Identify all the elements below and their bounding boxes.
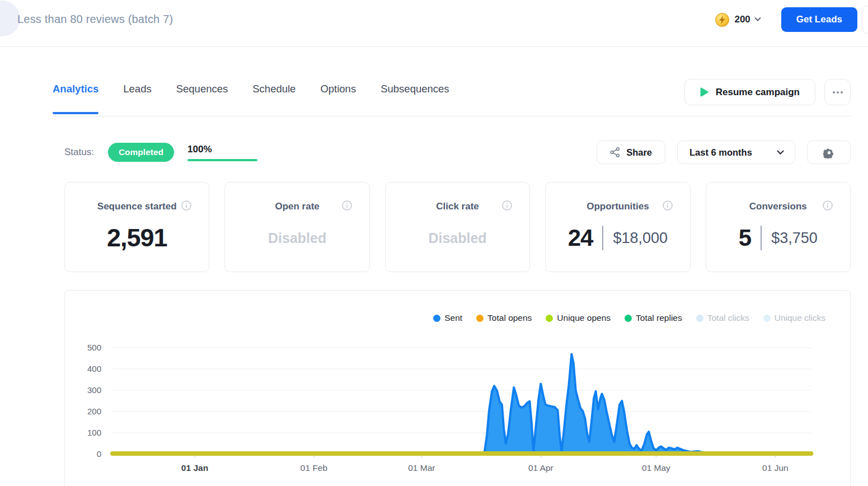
top-bar: Less than 80 reviews (batch 7) 200 Get L… xyxy=(0,0,868,47)
value-divider xyxy=(761,226,762,250)
y-axis-label: 300 xyxy=(87,385,101,395)
settings-button[interactable] xyxy=(807,141,851,164)
card-click-rate: Click rate Disabled xyxy=(385,182,530,272)
chevron-down-icon xyxy=(754,15,761,21)
campaign-title: Less than 80 reviews (batch 7) xyxy=(17,13,173,26)
card-value-disabled: Disabled xyxy=(225,230,369,246)
y-axis-label: 400 xyxy=(87,364,101,373)
tabs-row: Analytics Leads Sequences Schedule Optio… xyxy=(53,73,851,116)
coin-icon xyxy=(715,13,729,27)
play-icon xyxy=(700,87,709,97)
y-axis-label: 100 xyxy=(87,428,101,437)
stat-cards-row: Sequence started 2,591 Open rate Disable… xyxy=(64,182,851,272)
tab-analytics[interactable]: Analytics xyxy=(53,83,98,114)
chart-panel: SentTotal opensUnique opensTotal replies… xyxy=(64,290,851,486)
card-amount: $18,000 xyxy=(613,230,668,247)
get-leads-button[interactable]: Get Leads xyxy=(781,7,857,32)
card-amount: $3,750 xyxy=(771,230,818,247)
card-open-rate: Open rate Disabled xyxy=(224,182,369,272)
tab-schedule[interactable]: Schedule xyxy=(252,83,295,114)
progress-bar xyxy=(187,159,257,161)
share-label: Share xyxy=(626,147,652,158)
x-axis-label: 01 Mar xyxy=(408,463,435,473)
x-axis-label: 01 May xyxy=(642,463,670,473)
tab-leads[interactable]: Leads xyxy=(123,83,151,114)
card-conversions: Conversions 5 $3,750 xyxy=(706,182,851,272)
progress-indicator: 100% xyxy=(187,144,257,161)
ellipsis-icon xyxy=(833,91,835,94)
tab-list: Analytics Leads Sequences Schedule Optio… xyxy=(53,83,449,114)
more-options-button[interactable] xyxy=(824,79,851,105)
gear-icon xyxy=(823,147,835,158)
x-axis-label: 01 Apr xyxy=(528,463,553,473)
resume-campaign-button[interactable]: Resume campaign xyxy=(684,79,815,105)
activity-chart: 500400300200100001 Jan01 Feb01 Mar01 Apr… xyxy=(65,291,851,486)
chevron-down-icon xyxy=(777,147,784,155)
progress-percent: 100% xyxy=(187,144,257,155)
y-axis-label: 500 xyxy=(87,343,101,352)
x-axis-label: 01 Jan xyxy=(181,463,208,473)
tab-subsequences[interactable]: Subsequences xyxy=(381,83,449,114)
info-icon[interactable] xyxy=(342,200,352,213)
card-value: 5 xyxy=(739,225,751,251)
card-value: 24 xyxy=(568,225,593,251)
info-icon[interactable] xyxy=(823,200,833,213)
x-axis-label: 01 Feb xyxy=(301,463,327,473)
info-icon[interactable] xyxy=(502,200,512,213)
card-opportunities: Opportunities 24 $18,000 xyxy=(545,182,690,272)
value-divider xyxy=(602,226,603,250)
tab-options[interactable]: Options xyxy=(320,83,356,114)
status-badge: Completed xyxy=(108,143,174,162)
card-sequence-started: Sequence started 2,591 xyxy=(64,182,209,272)
y-axis-label: 0 xyxy=(97,449,101,459)
credits-count: 200 xyxy=(734,14,750,25)
card-value-disabled: Disabled xyxy=(386,230,529,246)
info-icon[interactable] xyxy=(663,200,673,213)
share-button[interactable]: Share xyxy=(597,141,665,164)
x-axis-label: 01 Jun xyxy=(762,463,789,473)
card-value: 2,591 xyxy=(65,223,209,253)
share-nodes-icon xyxy=(610,147,620,157)
y-axis-label: 200 xyxy=(87,406,101,416)
info-icon[interactable] xyxy=(181,200,191,213)
date-range-dropdown[interactable]: Last 6 months xyxy=(677,141,795,164)
credits-dropdown[interactable]: 200 xyxy=(715,13,759,27)
tab-sequences[interactable]: Sequences xyxy=(176,83,228,114)
date-range-value: Last 6 months xyxy=(689,147,752,158)
status-label: Status: xyxy=(64,147,94,158)
partial-edge-button[interactable] xyxy=(862,6,868,34)
status-row: Status: Completed 100% Share Last 6 mont… xyxy=(64,141,851,164)
resume-campaign-label: Resume campaign xyxy=(716,87,800,98)
